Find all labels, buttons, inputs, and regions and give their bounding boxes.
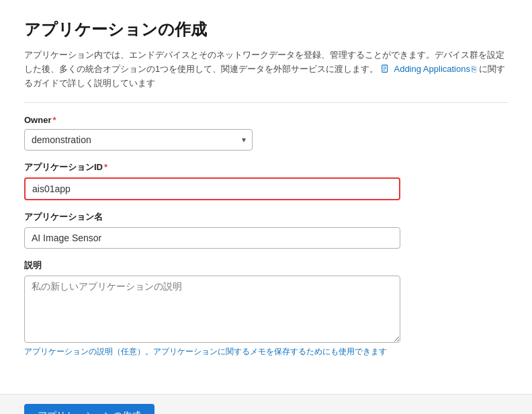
adding-applications-link[interactable]: Adding Applications ⎘ [394,63,476,77]
owner-group: Owner* demonstration ▾ [24,115,508,151]
owner-label: Owner* [24,115,508,125]
app-id-label: アプリケーションID* [24,161,508,173]
description-group: 説明 アプリケーションの説明（任意）。アプリケーションに関するメモを保存するため… [24,259,508,358]
page-container: アプリケーションの作成 アプリケーション内では、エンドデバイスとそのネットワーク… [0,0,532,387]
page-title: アプリケーションの作成 [24,19,508,40]
app-name-label: アプリケーション名 [24,211,508,223]
link-text: Adding Applications [394,63,470,77]
divider-top [24,102,508,103]
description-hint: アプリケーションの説明（任意）。アプリケーションに関するメモを保存するためにも使… [24,346,508,358]
footer-bar: アプリケーションの作成 [0,394,532,414]
app-name-input[interactable] [24,227,400,249]
app-id-group: アプリケーションID* [24,161,508,200]
app-name-group: アプリケーション名 [24,211,508,249]
description-textarea[interactable] [24,276,400,343]
page-description: アプリケーション内では、エンドデバイスとそのネットワークデータを登録、管理するこ… [24,48,508,90]
description-label: 説明 [24,259,508,272]
owner-select-wrapper: demonstration ▾ [24,129,253,151]
owner-select[interactable]: demonstration [24,129,253,151]
external-link-icon: ⎘ [472,63,476,76]
submit-button[interactable]: アプリケーションの作成 [24,404,154,414]
doc-icon [381,65,390,74]
app-id-input[interactable] [24,177,400,200]
